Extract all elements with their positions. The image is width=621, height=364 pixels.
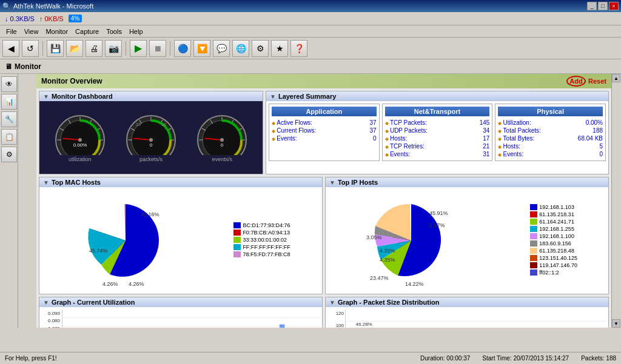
ip-label-2: 61.164.241.71 [539,219,574,225]
ip-legend-6: 61.135.218.48 [530,248,577,254]
toolbar-help[interactable]: ❓ [290,40,307,57]
toolbar-save[interactable]: 💾 [47,40,64,57]
toolbar-filter[interactable]: 🔽 [193,40,210,57]
sidebar-btn-list[interactable]: 📋 [1,129,17,145]
ip-color-7 [530,255,537,261]
net-key-4[interactable]: Events: [385,151,411,157]
sidebar-btn-tool[interactable]: 🔧 [1,111,17,127]
toolbar-camera[interactable]: 📷 [105,40,122,57]
gauge-label-util: utilization [69,156,92,162]
layered-cols: Application Active Flows: 37 Current Flo… [269,104,606,161]
net-row-2: Hosts: 17 [385,134,490,142]
sidebar-btn-chart[interactable]: 📊 [1,94,17,110]
mac-legend-2: 33:33:00:01:00:02 [233,237,290,243]
toolbar-globe[interactable]: 🌐 [232,40,249,57]
titlebar: 🔍 AthTek NetWalk - Microsoft _ □ × [0,0,621,12]
net-key-2[interactable]: Hosts: [385,135,408,142]
menu-help[interactable]: Help [126,27,147,36]
net-key-3[interactable]: TCP Retries: [385,143,425,150]
svg-text:46.28%: 46.28% [356,322,372,327]
mac-color-3 [233,244,241,250]
svg-text:1.97%: 1.97% [429,222,445,228]
reset-button[interactable]: Reset [588,78,606,85]
net-key-0[interactable]: TCP Packets: [385,119,427,126]
toolbar-open[interactable]: 📂 [66,40,83,57]
scroll-up-btn[interactable]: ▲ [612,74,620,82]
toolbar-pie[interactable]: 🔵 [174,40,191,57]
sidebar-btn-eye[interactable]: 👁 [1,76,17,92]
gauge-events: 0 events/s [195,113,249,162]
phys-row-1: Total Packets: 188 [498,127,603,134]
mac-hosts-title: Top MAC Hosts [52,179,101,186]
mac-label-3: FF:FF:FF:FF:FF:FF [243,244,290,250]
minimize-button[interactable]: _ [587,2,597,10]
monitor-label: Monitor [15,62,41,71]
mac-label-1: F0:7B:CB:A0:94:13 [243,230,290,236]
row3: ▼ Graph - Current Utilization 0.090 0.08… [39,297,609,328]
add-button[interactable]: Add [566,76,586,87]
toolbar-refresh[interactable]: ↺ [22,40,39,57]
toolbar-stop[interactable]: ⏹ [149,40,166,57]
dashboard-arrow: ▼ [43,93,49,100]
app-key-2[interactable]: Events: [272,135,297,142]
toolbar-settings[interactable]: ⚙ [252,40,269,57]
app-key-0[interactable]: Active Flows: [272,119,312,126]
maximize-button[interactable]: □ [598,2,608,10]
packet-y-1: 100 [327,323,344,328]
toolbar-chat[interactable]: 💬 [213,40,230,57]
sidebar-btn-gear[interactable]: ⚙ [1,147,17,162]
col-header-app: Application [272,107,377,116]
mac-label-4: 78:F5:FD:77:FB:C8 [243,251,290,257]
mac-legend-1: F0:7B:CB:A0:94:13 [233,230,290,236]
toolbar-stars[interactable]: ★ [271,40,288,57]
phys-key-2[interactable]: Total Bytes: [498,135,534,142]
ip-arrow: ▼ [329,179,335,186]
util-arrow: ▼ [43,299,49,306]
phys-key-1[interactable]: Total Packets: [498,127,541,134]
menu-view[interactable]: View [21,27,42,36]
gauge-label-packets: packets/s [139,156,163,162]
util-graph-panel: ▼ Graph - Current Utilization 0.090 0.08… [39,297,323,328]
app-key-1[interactable]: Current Flows: [272,127,316,134]
mac-pie-chart: 45.16% 45.74% 4.26% 4.26% [71,192,180,289]
bandwidth-percent: 4% [69,15,82,22]
packet-y-0: 120 [327,311,344,316]
close-button[interactable]: × [609,2,619,10]
ip-color-4 [530,233,537,239]
dashboard-header: ▼ Monitor Dashboard [39,91,263,101]
svg-text:45.74%: 45.74% [89,248,108,254]
net-key-1[interactable]: UDP Packets: [385,127,428,134]
ip-label-8: 119.147.146.70 [539,262,577,268]
col-physical: Physical Utilization: 0.00% Total Packet… [495,104,606,161]
mac-color-4 [233,251,241,257]
scroll-down-btn[interactable]: ▼ [612,319,620,328]
ip-label-4: 192.168.1.100 [539,233,574,239]
phys-key-4[interactable]: Events: [498,151,523,157]
status-start: Start Time: 20/07/2013 15:14:27 [482,355,569,362]
svg-point-10 [78,138,82,142]
menu-tools[interactable]: Tools [102,27,126,36]
gauge-utilization: 0.00% utilization [53,113,107,162]
ip-legend: 192.168.1.103 61.135.218.31 61.164.241.7… [530,204,577,277]
phys-key-3[interactable]: Hosts: [498,143,520,150]
phys-key-0[interactable]: Utilization: [498,119,531,126]
add-reset-controls: Add Reset [566,76,606,87]
scrollbar[interactable]: ▲ ▼ [611,74,621,328]
layered-content: Application Active Flows: 37 Current Flo… [266,101,608,164]
gauge-svg-events: 0 [195,113,249,155]
ip-legend-0: 192.168.1.103 [530,204,577,210]
toolbar-print[interactable]: 🖨 [86,40,102,57]
net-val-3: 21 [483,143,489,150]
toolbar-back[interactable]: ◀ [2,40,19,57]
ip-color-2 [530,219,537,225]
phys-row-2: Total Bytes: 68.04 KB [498,134,603,142]
packet-graph-panel: ▼ Graph - Packet Size Distribution 120 1… [325,297,609,328]
menu-capture[interactable]: Capture [72,27,102,36]
toolbar-play[interactable]: ▶ [130,40,147,57]
util-graph-title: Graph - Current Utilization [52,299,135,306]
util-graph-area: 0.090 0.080 0.070 0.060 0.050 0.040 0.03… [39,307,322,328]
menu-monitor[interactable]: Monitor [42,27,72,36]
mac-hosts-panel: ▼ Top MAC Hosts [39,177,323,294]
ip-hosts-header: ▼ Top IP Hosts [326,177,608,187]
menu-file[interactable]: File [2,27,21,36]
